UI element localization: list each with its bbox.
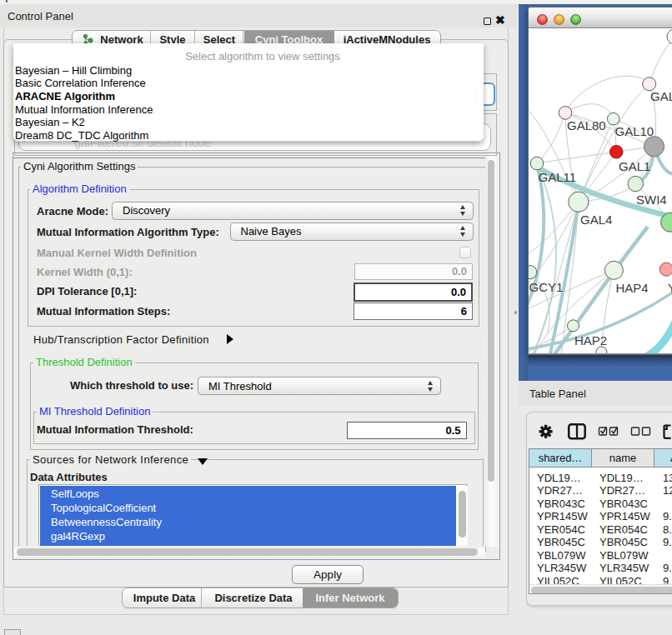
svg-text:GCY1: GCY1 — [529, 280, 564, 294]
svg-text:HAP4: HAP4 — [616, 281, 649, 295]
svg-text:GAL7: GAL7 — [650, 89, 672, 103]
svg-text:SWI4: SWI4 — [636, 192, 667, 207]
svg-text:GAL10: GAL10 — [615, 124, 654, 138]
svg-text:HAP2: HAP2 — [574, 333, 607, 348]
svg-text:GAL11: GAL11 — [539, 170, 577, 184]
svg-text:GAL80: GAL80 — [567, 118, 606, 132]
svg-text:YL: YL — [668, 281, 672, 295]
svg-text:GAL4: GAL4 — [580, 212, 612, 227]
svg-text:GAL1: GAL1 — [619, 159, 650, 173]
